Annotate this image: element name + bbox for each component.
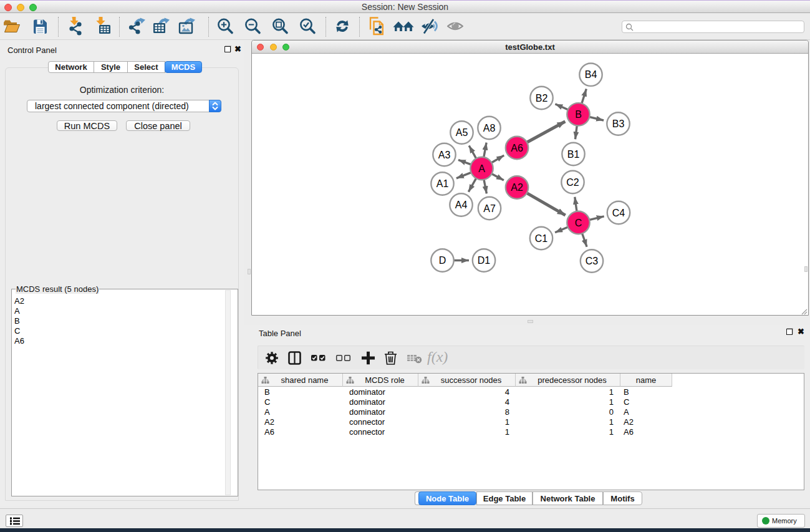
svg-text:B4: B4 xyxy=(585,69,597,80)
svg-text:C4: C4 xyxy=(612,208,625,218)
svg-text:A4: A4 xyxy=(455,200,468,210)
svg-text:D: D xyxy=(439,255,446,266)
svg-text:B3: B3 xyxy=(612,118,625,129)
svg-text:A: A xyxy=(478,163,485,174)
svg-text:A2: A2 xyxy=(511,182,523,193)
svg-text:C1: C1 xyxy=(535,233,548,244)
svg-text:C: C xyxy=(575,218,582,228)
svg-text:A8: A8 xyxy=(483,123,496,133)
svg-text:D1: D1 xyxy=(478,255,491,266)
svg-text:C3: C3 xyxy=(586,256,599,266)
svg-text:B: B xyxy=(575,109,582,120)
svg-text:A3: A3 xyxy=(438,150,451,160)
svg-text:C2: C2 xyxy=(566,177,579,188)
svg-text:B2: B2 xyxy=(536,93,548,104)
svg-text:A6: A6 xyxy=(511,143,523,153)
svg-text:A5: A5 xyxy=(456,127,468,138)
svg-text:A7: A7 xyxy=(483,203,496,214)
svg-text:B1: B1 xyxy=(567,149,580,160)
svg-text:A1: A1 xyxy=(436,178,449,189)
